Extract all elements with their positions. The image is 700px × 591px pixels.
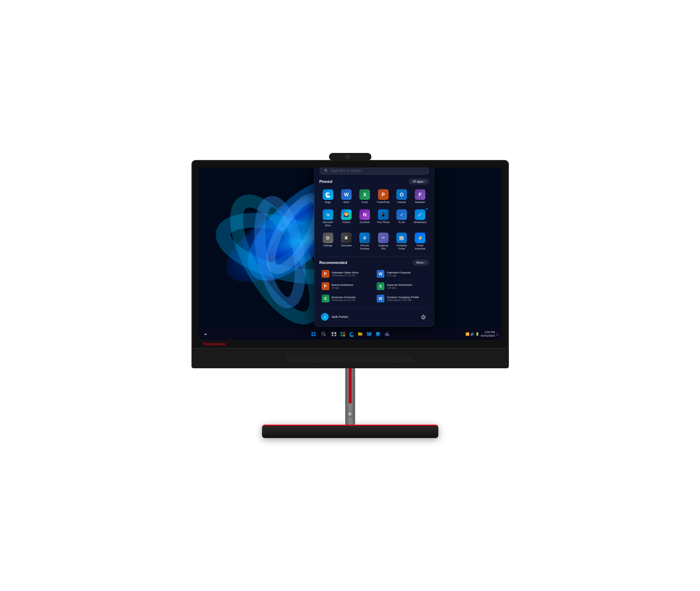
fabrikam-label: Fabrikam xyxy=(415,201,425,204)
all-apps-button[interactable]: All apps › xyxy=(409,179,429,184)
rec-item-brand-guidelines[interactable]: P Brand Guidelines 2h ago xyxy=(319,281,374,292)
rec-business-name: Business Overview xyxy=(332,296,356,299)
search-input[interactable] xyxy=(330,169,424,173)
app-snipping[interactable]: ✂ Snipping Tool xyxy=(375,230,391,252)
app-edge[interactable]: Edge xyxy=(319,187,336,206)
pinned-label: Pinned xyxy=(319,179,333,184)
rec-expense-text: Expense Worksheet 12h ago xyxy=(387,283,412,289)
divider xyxy=(319,257,429,257)
centre-text: Centre xyxy=(213,342,226,346)
settings-icon: ⚙ xyxy=(323,233,333,243)
app-word[interactable]: W Word xyxy=(338,187,355,206)
snipping-label: Snipping Tool xyxy=(376,244,390,250)
yourphone-label: Your Phone xyxy=(377,221,389,224)
power-button[interactable]: ⏻ xyxy=(420,313,427,321)
app-photos[interactable]: 🌄 Photos xyxy=(338,207,355,229)
app-msstore[interactable]: 🛍 Microsoft Store xyxy=(319,207,336,229)
task-view-button[interactable] xyxy=(330,330,338,338)
monitor-bezel: 🔍 Pinned All apps › Edge xyxy=(191,160,509,349)
taskbar-right: 📶 🔊 🔋 2:30 PM 01/01/2022 □ xyxy=(465,331,498,338)
outlook-icon: O xyxy=(396,189,407,200)
rec-brand-name: Brand Guidelines xyxy=(332,283,353,287)
app-todo[interactable]: ✓ To Do xyxy=(393,207,410,229)
app-company[interactable]: 🏢 Company Portal xyxy=(393,230,410,252)
outlook-label: Outlook xyxy=(397,201,406,204)
app-whiteboard[interactable]: 🖊 Whiteboard xyxy=(412,207,428,229)
stand-red-strip xyxy=(349,368,352,404)
stand-height-adjuster[interactable] xyxy=(347,411,353,418)
recommended-section: Recommended More › P Fabrikam Sales Deck… xyxy=(319,260,429,304)
user-bar: J Jack Purton ⏻ xyxy=(319,311,429,321)
svg-rect-20 xyxy=(340,334,342,337)
powerautomate-icon: ⚡ xyxy=(415,233,425,243)
app-calculator[interactable]: 🖩 Calculator xyxy=(338,230,355,252)
taskbar: 📶 🔊 🔋 2:30 PM 01/01/2022 □ xyxy=(199,328,501,340)
notifications-button[interactable]: □ xyxy=(496,332,498,336)
taskbar-edge-icon[interactable] xyxy=(348,330,355,338)
rec-item-expense[interactable]: X Expense Worksheet 12h ago xyxy=(375,281,429,292)
rec-business-icon: X xyxy=(322,295,329,302)
screen: 🔍 Pinned All apps › Edge xyxy=(199,167,501,340)
rec-expense-time: 12h ago xyxy=(387,287,412,289)
app-settings[interactable]: ⚙ Settings xyxy=(319,230,336,252)
taskbar-store-icon[interactable] xyxy=(374,330,382,338)
webcam-lens xyxy=(346,155,350,159)
svg-rect-17 xyxy=(334,335,336,336)
app-yourphone[interactable]: 📱 Your Phone xyxy=(375,207,391,229)
app-excel[interactable]: X Excel xyxy=(356,187,373,206)
settings-label: Settings xyxy=(323,244,332,247)
taskbar-explorer-icon[interactable] xyxy=(357,330,364,338)
thinkcentre-logo: ThinkCentre xyxy=(203,342,226,346)
svg-line-13 xyxy=(324,335,325,336)
rec-fabrikam-sales-name: Fabrikam Sales Deck xyxy=(332,271,359,274)
app-outlook[interactable]: O Outlook xyxy=(393,187,410,206)
edge-label: Edge xyxy=(325,201,330,204)
svg-rect-19 xyxy=(343,332,345,334)
stand-base xyxy=(262,425,438,438)
start-button[interactable] xyxy=(310,330,317,338)
taskbar-teams-icon[interactable] xyxy=(383,330,391,338)
app-powerautomate[interactable]: ⚡ Power Automate xyxy=(412,230,428,252)
taskbar-widgets-button[interactable] xyxy=(339,330,347,338)
rec-item-fabrikam-sales[interactable]: P Fabrikam Sales Deck Yesterday at 1:15 … xyxy=(319,268,374,279)
search-bar[interactable]: 🔍 xyxy=(319,167,429,174)
rec-fabrikam-proposal-text: Fabrikam Proposal 17m ago xyxy=(387,271,410,277)
think-text: Think xyxy=(203,342,213,346)
svg-rect-8 xyxy=(311,332,313,334)
msstore-icon: 🛍 xyxy=(323,209,333,220)
whiteboard-label: Whiteboard xyxy=(414,221,426,224)
speaker-bar: // Generate speaker dots inline for(let … xyxy=(191,349,509,368)
snipping-icon: ✂ xyxy=(378,233,389,243)
company-icon: 🏢 xyxy=(396,233,407,243)
computer-display: 🔍 Pinned All apps › Edge xyxy=(191,153,509,438)
app-remote[interactable]: 🖥 Remote Desktop xyxy=(356,230,373,252)
svg-rect-15 xyxy=(334,332,336,334)
rec-item-contoso[interactable]: W Contoso Company Profile Yesterday at 1… xyxy=(375,293,429,304)
svg-rect-16 xyxy=(331,335,333,336)
system-clock[interactable]: 2:30 PM 01/01/2022 xyxy=(481,331,495,338)
word-label: Word xyxy=(343,201,349,204)
todo-label: To Do xyxy=(398,221,405,224)
app-fabrikam[interactable]: F Fabrikam xyxy=(412,187,428,206)
taskbar-mail-icon[interactable] xyxy=(365,330,373,338)
photos-label: Photos xyxy=(342,221,350,224)
rec-item-fabrikam-proposal[interactable]: W Fabrikam Proposal 17m ago xyxy=(375,268,429,279)
rec-fabrikam-proposal-name: Fabrikam Proposal xyxy=(387,271,410,274)
app-onenote[interactable]: N OneNote xyxy=(356,207,373,229)
rec-item-business[interactable]: X Business Overview Yesterday at 4:24 PM xyxy=(319,293,374,304)
rec-contoso-text: Contoso Company Profile Yesterday at 10:… xyxy=(387,296,419,301)
speaker-grille-left: // Generate speaker dots inline for(let … xyxy=(220,353,481,364)
rec-brand-time: 2h ago xyxy=(332,287,353,289)
excel-label: Excel xyxy=(362,201,368,204)
app-powerpoint[interactable]: P PowerPoint xyxy=(375,187,391,206)
excel-icon: X xyxy=(359,189,370,200)
system-icons: 📶 🔊 🔋 xyxy=(465,332,479,336)
calculator-label: Calculator xyxy=(341,244,352,247)
system-tray-arrow[interactable] xyxy=(202,330,209,338)
taskbar-search-button[interactable] xyxy=(318,330,329,338)
svg-rect-9 xyxy=(314,332,315,334)
more-button[interactable]: More › xyxy=(413,260,428,265)
photos-icon: 🌄 xyxy=(341,209,352,220)
onenote-label: OneNote xyxy=(360,221,370,224)
rec-business-time: Yesterday at 4:24 PM xyxy=(332,299,356,301)
